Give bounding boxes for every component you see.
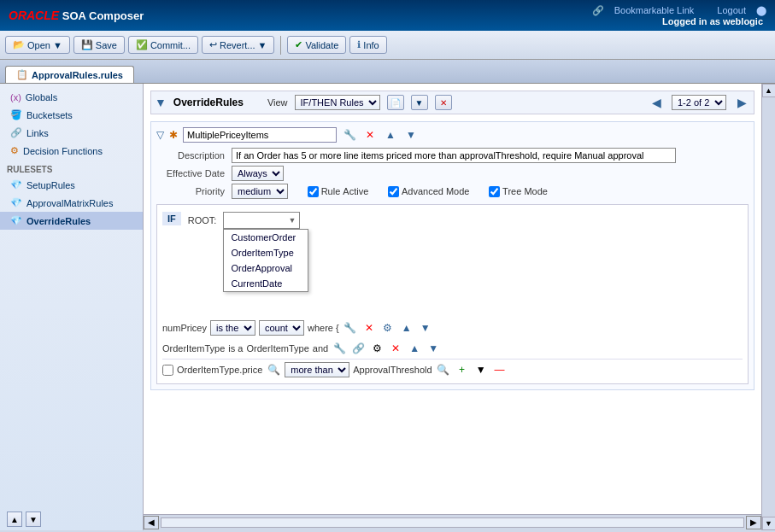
- cond2-operator: is a: [228, 343, 243, 354]
- eff-date-label: Effective Date: [156, 168, 225, 178]
- cond2-icon2[interactable]: 🔗: [350, 341, 366, 356]
- active-label: Active: [343, 186, 368, 196]
- logout-link[interactable]: Logout: [717, 5, 746, 15]
- sidebar-item-setup-rules[interactable]: 💎 SetupRules: [0, 176, 143, 194]
- sidebar-item-override-rules[interactable]: 💎 OverrideRules: [0, 212, 143, 230]
- rule-active-check[interactable]: Rule Active: [308, 186, 369, 197]
- cond2-del-icon[interactable]: ✕: [388, 341, 403, 356]
- cond1-field: numPricey: [162, 323, 207, 333]
- info-icon: ℹ: [357, 39, 361, 50]
- cond1-up-icon[interactable]: ▲: [399, 320, 414, 336]
- sidebar-item-links[interactable]: 🔗 Links: [0, 124, 143, 142]
- cond3-value: ApprovalThreshold: [353, 365, 432, 375]
- dropdown-item-order-approval[interactable]: OrderApproval: [224, 260, 308, 276]
- revert-icon: ↩: [209, 39, 217, 50]
- dropdown-rule-icon[interactable]: ▼: [411, 95, 428, 110]
- scroll-down-btn[interactable]: ▼: [762, 517, 776, 530]
- rule-collapse-icon[interactable]: ▽: [156, 129, 164, 141]
- cond3-operator[interactable]: more than: [285, 362, 349, 377]
- cond1-add-icon[interactable]: 🔧: [343, 320, 358, 336]
- logout-icon: ⬤: [756, 5, 766, 16]
- dropdown-item-current-date[interactable]: CurrentDate: [224, 276, 308, 291]
- toolbar-separator: [280, 36, 281, 55]
- cond3-add-icon[interactable]: +: [455, 362, 470, 377]
- rulesets-section-label: Rulesets: [0, 160, 143, 176]
- cond2-props-icon[interactable]: ⚙: [369, 341, 385, 356]
- cond1-down-icon[interactable]: ▼: [418, 320, 433, 336]
- bookmarkable-link[interactable]: Bookmarkable Link: [614, 5, 695, 15]
- desc-label: Description: [156, 150, 225, 161]
- commit-button[interactable]: ✅ Commit...: [128, 36, 198, 54]
- cond2-and: and: [313, 343, 328, 354]
- rule-move-up-icon[interactable]: ▲: [383, 127, 398, 143]
- save-button[interactable]: 💾 Save: [73, 36, 125, 54]
- right-scrollbar[interactable]: ▲ ▼: [761, 84, 775, 530]
- cond3-checkbox[interactable]: [162, 365, 173, 376]
- cond2-up-icon[interactable]: ▲: [407, 341, 422, 356]
- open-button[interactable]: 📂 Open ▼: [5, 36, 70, 54]
- cond3-val-search[interactable]: 🔍: [436, 362, 451, 377]
- active-tab[interactable]: 📋 ApprovalRules.rules: [5, 66, 134, 83]
- collapse-icon[interactable]: ▼: [155, 96, 167, 109]
- scroll-up-btn[interactable]: ▲: [762, 84, 776, 97]
- revert-button[interactable]: ↩ Revert... ▼: [202, 36, 274, 54]
- nav-prev[interactable]: ◀: [648, 95, 665, 110]
- root-dropdown-arrow: ▼: [288, 216, 296, 225]
- page-select[interactable]: 1-2 of 2: [672, 95, 726, 110]
- cond2-down-icon[interactable]: ▼: [426, 341, 441, 356]
- cond2-icon1[interactable]: 🔧: [332, 341, 347, 356]
- root-label: ROOT:: [188, 215, 217, 225]
- bucketsets-icon: 🪣: [10, 109, 22, 120]
- sidebar-item-decision-functions[interactable]: ⚙ Decision Functions: [0, 142, 143, 160]
- save-icon: 💾: [81, 39, 93, 50]
- links-icon: 🔗: [10, 127, 22, 138]
- priority-label: Priority: [156, 186, 225, 196]
- oracle-logo: ORACLE SOA Composer: [9, 9, 144, 22]
- rule-name-input[interactable]: [183, 127, 337, 143]
- cond2-field: OrderItemType: [162, 343, 225, 354]
- bottom-scrollbar[interactable]: ◀ ▶: [144, 514, 761, 530]
- sidebar-item-globals[interactable]: (x) Globals: [0, 89, 143, 106]
- priority-select[interactable]: medium: [232, 184, 288, 199]
- validate-button[interactable]: ✔ Validate: [287, 36, 346, 54]
- sidebar-item-bucketsets[interactable]: 🪣 Bucketsets: [0, 106, 143, 124]
- scroll-right-btn[interactable]: ▶: [746, 516, 761, 529]
- decision-functions-icon: ⚙: [10, 145, 19, 156]
- rule-item: ▽ ✱ 🔧 ✕ ▲ ▼ Description Effective Date: [150, 121, 754, 390]
- add-rule-icon[interactable]: 📄: [387, 95, 404, 110]
- sidebar-scroll-up[interactable]: ▲: [7, 512, 22, 527]
- scroll-left-btn[interactable]: ◀: [144, 516, 159, 529]
- sidebar-item-approval-matrix[interactable]: 💎 ApprovalMatrixRules: [0, 194, 143, 212]
- dropdown-item-customer-order[interactable]: CustomerOrder: [224, 230, 308, 245]
- rule-delete-icon[interactable]: ✕: [362, 127, 378, 143]
- root-row: ROOT: ▼ CustomerOrder OrderItemType: [188, 208, 301, 232]
- effective-date-select[interactable]: Always: [232, 166, 284, 181]
- cond1-link-icon[interactable]: ⚙: [380, 320, 396, 336]
- ruleset-name: OverrideRules: [173, 96, 244, 108]
- description-input[interactable]: [232, 148, 676, 163]
- rule-move-down-icon[interactable]: ▼: [403, 127, 419, 143]
- rule-expand-icon[interactable]: ✱: [169, 129, 178, 141]
- rule-props-icon[interactable]: 🔧: [342, 127, 357, 143]
- delete-rule-icon[interactable]: ✕: [435, 95, 452, 110]
- cond3-search-icon[interactable]: 🔍: [266, 362, 281, 377]
- tree-mode-check[interactable]: Tree Mode: [489, 186, 548, 197]
- sidebar-scroll-down[interactable]: ▼: [26, 512, 41, 527]
- cond1-function[interactable]: count: [259, 320, 304, 336]
- advanced-mode-check[interactable]: Advanced Mode: [388, 186, 470, 197]
- cond2-type: OrderItemType: [246, 343, 308, 354]
- setup-rules-icon: 💎: [10, 179, 22, 190]
- tab-icon: 📋: [16, 69, 28, 80]
- cond1-operator[interactable]: is the: [210, 320, 255, 336]
- nav-next[interactable]: ▶: [733, 95, 750, 110]
- if-label: IF: [162, 212, 181, 225]
- dropdown-item-order-item-type[interactable]: OrderItemType: [224, 245, 308, 260]
- login-info: Logged in as weblogic: [662, 16, 766, 26]
- cond3-del-icon[interactable]: —: [492, 362, 508, 377]
- open-dropdown-arrow: ▼: [53, 40, 62, 50]
- cond3-dropdown-icon[interactable]: ▼: [473, 362, 489, 377]
- root-select-box[interactable]: ▼: [223, 212, 300, 229]
- info-button[interactable]: ℹ Info: [349, 36, 386, 54]
- cond1-del-icon[interactable]: ✕: [361, 320, 377, 336]
- view-select[interactable]: IF/THEN Rules: [295, 95, 380, 110]
